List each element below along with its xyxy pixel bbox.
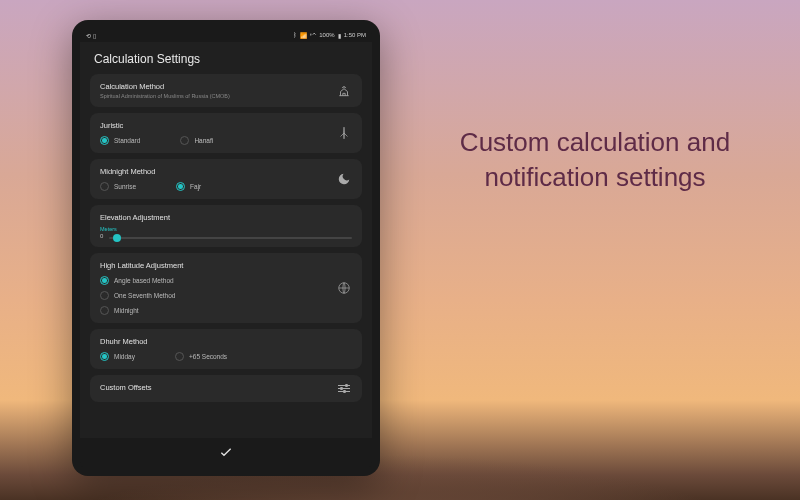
signal-icon: 📶 (300, 32, 307, 39)
moon-icon (336, 171, 352, 187)
radio-label: Fajr (190, 183, 201, 190)
high-latitude-card: High Latitude Adjustment Angle based Met… (90, 253, 362, 323)
battery-full-icon: ▮ (338, 32, 341, 39)
radio-label: Hanafi (194, 137, 213, 144)
dhuhr-title: Dhuhr Method (100, 337, 352, 346)
elevation-value: 0 (100, 233, 103, 239)
elevation-card: Elevation Adjustment Meters 0 (90, 205, 362, 247)
high-lat-option-midnight[interactable]: Midnight (100, 306, 352, 315)
radio-label: One Seventh Method (114, 292, 175, 299)
juristic-option-standard[interactable]: Standard (100, 136, 140, 145)
status-right: ᛒ 📶 ⬿ 100% ▮ 1:50 PM (293, 32, 366, 39)
bluetooth-icon: ᛒ (293, 32, 297, 38)
midnight-option-fajr[interactable]: Fajr (176, 182, 201, 191)
juristic-option-hanafi[interactable]: Hanafi (180, 136, 213, 145)
calculation-method-card[interactable]: Calculation Method Spiritual Administrat… (90, 74, 362, 107)
status-left: ⟲ ▯ (86, 32, 96, 39)
dhuhr-method-card: Dhuhr Method Midday +65 Seconds (90, 329, 362, 369)
battery-pct: 100% (319, 32, 334, 38)
settings-content: Calculation Method Spiritual Administrat… (80, 74, 372, 438)
clock: 1:50 PM (344, 32, 366, 38)
radio-label: Standard (114, 137, 140, 144)
radio-icon (100, 136, 109, 145)
juristic-card: Juristic Standard Hanafi (90, 113, 362, 153)
radio-label: Midday (114, 353, 135, 360)
high-lat-option-seventh[interactable]: One Seventh Method (100, 291, 352, 300)
dhuhr-option-65s[interactable]: +65 Seconds (175, 352, 227, 361)
mosque-icon (336, 83, 352, 99)
elevation-slider[interactable] (109, 237, 352, 239)
custom-offsets-card[interactable]: Custom Offsets (90, 375, 362, 402)
calculation-method-subtitle: Spiritual Administration of Muslims of R… (100, 93, 352, 99)
orientation-lock-icon: ⟲ (86, 33, 91, 39)
sliders-icon (336, 381, 352, 397)
globe-icon (336, 280, 352, 296)
tablet-frame: ⟲ ▯ ᛒ 📶 ⬿ 100% ▮ 1:50 PM Calculation Set… (72, 20, 380, 476)
radio-label: Sunrise (114, 183, 136, 190)
radio-icon (100, 182, 109, 191)
confirm-button[interactable] (218, 444, 234, 463)
radio-label: Midnight (114, 307, 139, 314)
compass-icon (336, 125, 352, 141)
bottom-bar (80, 438, 372, 468)
wifi-icon: ⬿ (310, 32, 316, 38)
sim-icon: ▯ (93, 33, 96, 39)
elevation-title: Elevation Adjustment (100, 213, 352, 222)
dhuhr-option-midday[interactable]: Midday (100, 352, 135, 361)
radio-icon (100, 352, 109, 361)
radio-label: +65 Seconds (189, 353, 227, 360)
radio-icon (100, 291, 109, 300)
screen: ⟲ ▯ ᛒ 📶 ⬿ 100% ▮ 1:50 PM Calculation Set… (80, 28, 372, 468)
page-title: Calculation Settings (80, 42, 372, 74)
custom-offsets-title: Custom Offsets (100, 383, 352, 392)
high-latitude-title: High Latitude Adjustment (100, 261, 352, 270)
marketing-headline: Custom calculation and notification sett… (420, 125, 770, 195)
slider-thumb[interactable] (113, 234, 121, 242)
radio-icon (100, 276, 109, 285)
radio-icon (175, 352, 184, 361)
high-lat-option-angle[interactable]: Angle based Method (100, 276, 352, 285)
radio-icon (100, 306, 109, 315)
radio-icon (176, 182, 185, 191)
juristic-title: Juristic (100, 121, 352, 130)
midnight-title: Midnight Method (100, 167, 352, 176)
status-bar: ⟲ ▯ ᛒ 📶 ⬿ 100% ▮ 1:50 PM (80, 28, 372, 42)
calculation-method-title: Calculation Method (100, 82, 352, 91)
radio-icon (180, 136, 189, 145)
midnight-method-card: Midnight Method Sunrise Fajr (90, 159, 362, 199)
radio-label: Angle based Method (114, 277, 174, 284)
midnight-option-sunrise[interactable]: Sunrise (100, 182, 136, 191)
